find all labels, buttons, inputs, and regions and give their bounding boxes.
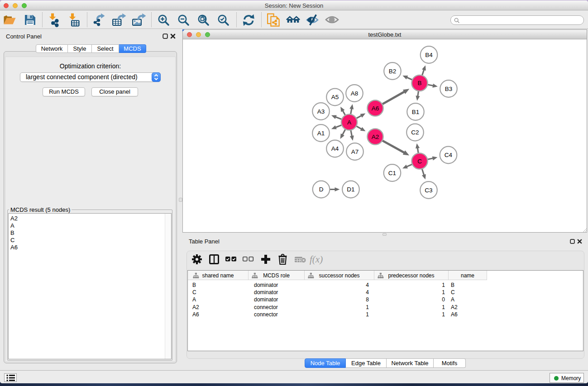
svg-text:D: D bbox=[319, 186, 324, 193]
svg-text:D1: D1 bbox=[347, 186, 354, 193]
svg-text:B4: B4 bbox=[425, 52, 433, 58]
svg-text:A8: A8 bbox=[351, 90, 359, 97]
svg-text:A4: A4 bbox=[331, 145, 339, 152]
svg-text:A7: A7 bbox=[351, 148, 359, 155]
svg-text:A6: A6 bbox=[372, 105, 379, 112]
svg-text:B3: B3 bbox=[445, 86, 453, 92]
svg-text:A5: A5 bbox=[331, 94, 339, 100]
svg-text:C2: C2 bbox=[411, 129, 419, 136]
svg-text:C4: C4 bbox=[445, 152, 453, 158]
svg-text:A: A bbox=[347, 119, 351, 126]
svg-text:B: B bbox=[417, 80, 421, 86]
svg-text:C1: C1 bbox=[388, 170, 396, 176]
svg-text:C3: C3 bbox=[425, 187, 432, 194]
svg-text:B1: B1 bbox=[412, 109, 420, 115]
svg-text:A3: A3 bbox=[317, 108, 325, 115]
svg-text:C: C bbox=[417, 158, 422, 165]
svg-text:B2: B2 bbox=[389, 68, 397, 75]
svg-text:A1: A1 bbox=[317, 130, 325, 137]
svg-text:A2: A2 bbox=[372, 133, 379, 140]
